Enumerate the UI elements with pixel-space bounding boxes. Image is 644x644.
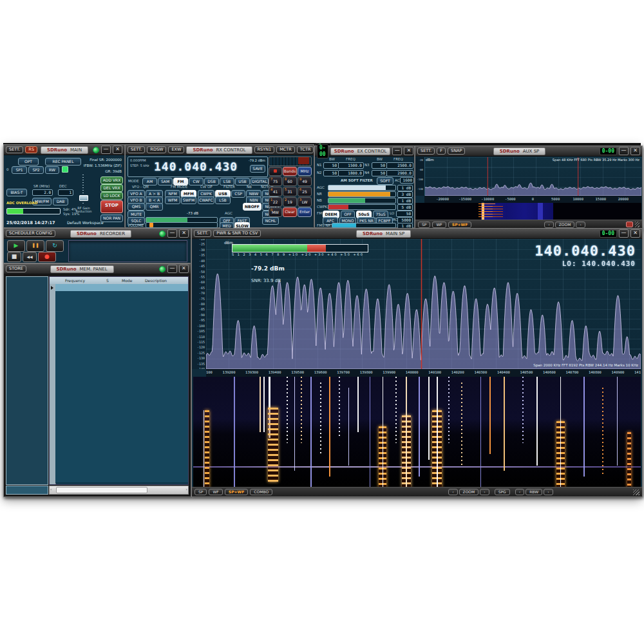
rec-panel-button[interactable]: REC PANEL — [45, 158, 81, 166]
minimize-button[interactable]: — — [619, 229, 629, 238]
key-3[interactable]: 3LW — [298, 197, 312, 207]
mem-bank-sidebar[interactable] — [6, 276, 48, 485]
aux-waterfall[interactable] — [415, 203, 641, 220]
key-9[interactable]: 949 — [298, 176, 312, 186]
sp-settings-button[interactable]: SETT. — [194, 230, 211, 237]
sp-rbw-down-button[interactable]: ‹ — [515, 489, 524, 495]
rewind-button[interactable]: ◀◀ — [23, 252, 37, 262]
n2-freq[interactable]: 1800.0 — [338, 170, 364, 176]
sr-value[interactable]: 2.0 — [32, 189, 53, 196]
del-vrx-button[interactable]: DEL VRX — [100, 184, 123, 192]
aux-snap-button[interactable]: SNAP — [448, 147, 465, 155]
sp-spectrum-plot[interactable]: dBm S 1 2 3 4 5 6 7 8 9 +10 +20 +30 +40 … — [206, 239, 641, 369]
dab-notch-button[interactable]: DAB — [53, 198, 68, 205]
sp-sp-button[interactable]: SP — [194, 489, 207, 495]
key-8[interactable]: 860 — [283, 176, 297, 186]
col-mode[interactable]: Mode — [122, 278, 132, 283]
aux-sp-button[interactable]: SP — [418, 222, 430, 228]
exw-button[interactable]: EXW — [168, 146, 184, 153]
aux-wf-button[interactable]: WF — [432, 222, 446, 228]
sp-waterfall[interactable] — [193, 377, 641, 488]
aux-spwf-button[interactable]: SP+WF — [448, 222, 471, 228]
sp-resize-grip[interactable] — [633, 489, 639, 495]
cwpk-slider[interactable] — [328, 204, 396, 210]
mctr-button[interactable]: MCTR — [276, 146, 295, 153]
volume-slider[interactable] — [146, 222, 218, 228]
loop-button[interactable]: ↻ — [46, 240, 64, 252]
aux-red-indicator[interactable] — [626, 222, 633, 227]
nboff-button[interactable]: NBOFF — [243, 203, 261, 211]
scroll-thumb[interactable] — [56, 487, 147, 493]
close-button[interactable]: ✕ — [630, 147, 640, 155]
clear-key[interactable]: Clear — [283, 207, 297, 217]
mem-hscrollbar[interactable]: ‹ › — [49, 486, 189, 495]
tctr-button[interactable]: TCTR — [297, 146, 314, 153]
key-0[interactable]: 0MW — [269, 207, 282, 217]
fms-nr-slider[interactable] — [332, 223, 396, 228]
wfm-button[interactable]: WFM — [165, 196, 180, 204]
enter-key[interactable]: Enter — [298, 207, 312, 217]
stop-rec-button[interactable]: ■ — [7, 252, 21, 262]
ac-value[interactable]: 1600 — [400, 177, 414, 184]
mem-titlebar[interactable]: STORE SDRunoMEM. PANEL — ✕ — [4, 264, 191, 274]
scroll-right-arrow[interactable]: › — [186, 487, 187, 491]
n4-freq[interactable]: 2900.0 — [386, 170, 413, 176]
nb-slider[interactable] — [328, 198, 396, 204]
n1-bw[interactable]: 50 — [323, 162, 339, 169]
sp-spg-button[interactable]: SPG — [495, 489, 510, 495]
n3-freq[interactable]: 2500.0 — [386, 162, 413, 169]
scheduler-config-button[interactable]: SCHEDULER CONFIG — [6, 230, 55, 237]
agc-slider[interactable] — [328, 185, 396, 191]
key-7[interactable]: 775 — [269, 176, 282, 186]
aux-titlebar[interactable]: SETT. F SNAP SDRunoAUX SP 0-00 — ✕ — [415, 146, 642, 156]
mhz-key[interactable]: MHz — [298, 167, 312, 176]
qms-button[interactable]: QMS — [128, 203, 145, 211]
scroll-left-arrow[interactable]: ‹ — [50, 487, 52, 491]
col-description[interactable]: Description — [145, 278, 167, 283]
col-s[interactable]: S — [106, 278, 109, 283]
lo-value[interactable]: 50 — [396, 211, 413, 217]
key-2[interactable]: 219 — [283, 197, 297, 207]
close-button[interactable]: ✕ — [630, 229, 640, 238]
aux-zoom-in-button[interactable]: › — [576, 222, 585, 228]
aux-zoom-out-button[interactable]: ‹ — [544, 222, 553, 228]
minimize-button[interactable]: — — [392, 147, 402, 155]
rx-settings-button[interactable]: SETT. — [128, 146, 145, 153]
nr-slider[interactable] — [328, 191, 396, 197]
key-4[interactable]: 441 — [269, 187, 282, 196]
sp-wf-button[interactable]: WF — [209, 489, 222, 495]
rsyn1-button[interactable]: RSYN1 — [254, 146, 275, 153]
minimize-button[interactable]: — — [101, 146, 111, 154]
cwafc-button[interactable]: CWAFC — [198, 196, 214, 204]
vfo-frequency[interactable]: 140.040.430 — [154, 160, 238, 173]
main-settings-button[interactable]: SETT. — [6, 146, 23, 153]
add-vrx-button[interactable]: ADD VRX — [100, 176, 123, 184]
vfo-marker-line[interactable] — [421, 239, 422, 369]
sp-titlebar[interactable]: SETT. PWR & SNR TO CSV SDRunoMAIN SP 0-0… — [192, 229, 642, 239]
save-button[interactable]: SAVE — [250, 165, 265, 173]
aux-f-button[interactable]: F — [437, 147, 446, 155]
minimize-button[interactable]: — — [619, 147, 629, 155]
n3-bw[interactable]: 50 — [372, 162, 387, 169]
sp-rbw-up-button[interactable]: › — [544, 489, 553, 495]
aux-resize-grip[interactable] — [635, 222, 639, 227]
minimize-button[interactable]: — — [167, 229, 177, 238]
mem-table[interactable]: Frequency S Mode Description — [49, 276, 189, 485]
dec-value[interactable]: 1 — [58, 189, 73, 196]
record-button[interactable]: ● — [38, 252, 56, 262]
table-row[interactable] — [55, 475, 188, 483]
n2-bw[interactable]: 50 — [323, 170, 339, 176]
bands-key[interactable]: Bands — [283, 167, 297, 176]
main-titlebar[interactable]: SETT. RS SDRunoMAIN — ✕ — [4, 145, 124, 155]
csp-button[interactable]: CSP — [231, 190, 245, 198]
aux-settings-button[interactable]: SETT. — [417, 147, 435, 155]
opt-button[interactable]: OPT — [18, 158, 39, 166]
sp2-button[interactable]: SP2 — [28, 166, 44, 174]
pwr-snr-csv-button[interactable]: PWR & SNR TO CSV — [213, 230, 261, 237]
rx-titlebar[interactable]: SETT. RDSW EXW SDRunoRX CONTROL RSYN1 MC… — [126, 145, 314, 155]
store-button[interactable]: STORE — [6, 265, 26, 272]
sp-frequency[interactable]: 140.040.430 — [535, 243, 636, 259]
minimize-button[interactable]: — — [167, 265, 177, 273]
nor-pan-button[interactable]: NOR PAN — [100, 214, 123, 222]
key-5[interactable]: 531 — [283, 187, 297, 196]
